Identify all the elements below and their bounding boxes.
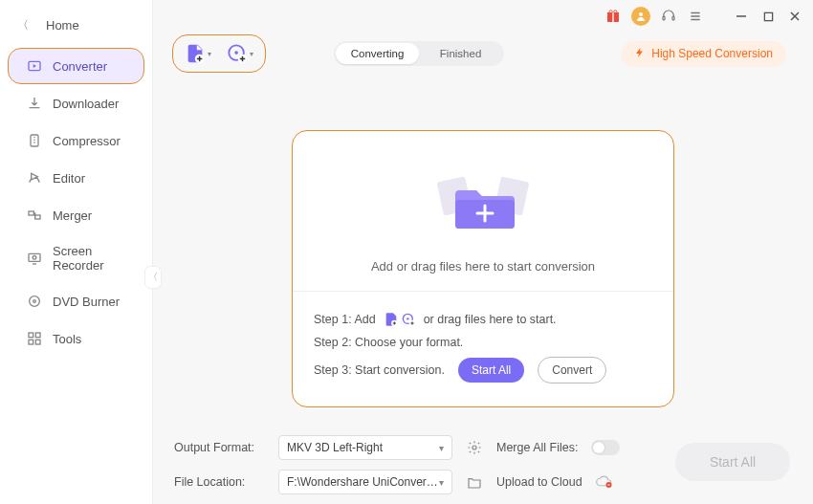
separator	[714, 8, 723, 25]
svg-rect-2	[29, 211, 33, 215]
svg-rect-3	[35, 215, 40, 219]
cloud-icon[interactable]	[596, 474, 613, 490]
dropzone-area[interactable]: Add or drag files here to start conversi…	[293, 131, 673, 291]
window-maximize-button[interactable]	[759, 8, 777, 25]
hsc-label: High Speed Conversion	[651, 47, 773, 60]
sidebar-item-label: Converter	[53, 59, 107, 74]
high-speed-conversion-button[interactable]: High Speed Conversion	[621, 41, 786, 67]
svg-point-7	[33, 300, 36, 303]
svg-point-17	[639, 12, 643, 16]
editor-icon	[26, 169, 43, 186]
chevron-left-icon: 〈	[17, 17, 29, 33]
convert-pill[interactable]: Convert	[538, 357, 606, 383]
bolt-icon	[634, 46, 646, 62]
chevron-down-icon: ▾	[250, 50, 253, 58]
menu-icon[interactable]	[687, 8, 704, 25]
sidebar-item-screen-recorder[interactable]: Screen Recorder	[8, 234, 144, 282]
step1-post: or drag files here to start.	[424, 311, 557, 328]
start-all-pill[interactable]: Start All	[458, 358, 524, 383]
sidebar-item-converter[interactable]: Converter	[8, 48, 144, 84]
content-area: Add or drag files here to start conversi…	[153, 78, 813, 426]
step-3: Step 3: Start conversion. Start All Conv…	[314, 357, 652, 383]
sidebar-item-downloader[interactable]: Downloader	[8, 85, 144, 121]
add-dvd-button[interactable]: ▾	[223, 39, 257, 68]
file-location-label: File Location:	[174, 475, 265, 489]
step3-text: Step 3: Start conversion.	[314, 362, 445, 379]
sidebar-item-label: Editor	[53, 171, 85, 186]
svg-rect-14	[612, 12, 613, 22]
sidebar-list: Converter Downloader Compressor Editor	[0, 45, 152, 358]
main-panel: ▾ ▾ Converting Finished High Speed Conve…	[153, 0, 813, 504]
titlebar	[153, 0, 813, 29]
add-buttons-group: ▾ ▾	[172, 34, 266, 73]
add-dvd-icon	[401, 312, 416, 327]
compressor-icon	[26, 132, 43, 149]
sidebar-item-dvd-burner[interactable]: DVD Burner	[8, 283, 144, 319]
sidebar: 〈 Home Converter Downloader Compressor	[0, 0, 153, 504]
converter-icon	[26, 57, 43, 75]
home-button[interactable]: 〈 Home	[0, 8, 152, 45]
output-format-select[interactable]: MKV 3D Left-Right ▾	[278, 435, 452, 460]
chevron-down-icon: ▾	[439, 443, 444, 453]
downloader-icon	[26, 95, 43, 112]
start-all-button[interactable]: Start All	[675, 443, 790, 481]
gift-icon[interactable]	[604, 8, 622, 25]
add-file-icon	[185, 43, 206, 64]
step1-pre: Step 1: Add	[314, 311, 376, 328]
svg-rect-4	[29, 253, 40, 261]
svg-point-5	[33, 255, 36, 259]
chevron-down-icon: ▾	[208, 50, 211, 58]
step-2: Step 2: Choose your format.	[314, 334, 652, 351]
collapse-sidebar-button[interactable]: 〈	[144, 266, 162, 289]
chevron-down-icon: ▾	[439, 477, 444, 488]
svg-rect-11	[35, 340, 40, 344]
folder-illustration	[312, 158, 654, 244]
svg-rect-8	[29, 333, 33, 338]
sidebar-item-label: Merger	[53, 208, 92, 223]
avatar-icon[interactable]	[631, 7, 650, 26]
step-1: Step 1: Add or drag files here to start.	[314, 311, 652, 328]
tools-icon	[26, 330, 43, 347]
dvd-burner-icon	[26, 293, 43, 310]
sidebar-item-tools[interactable]: Tools	[8, 320, 144, 357]
window-close-button[interactable]	[786, 8, 803, 25]
merger-icon	[26, 207, 43, 224]
home-label: Home	[46, 18, 79, 33]
open-folder-icon[interactable]	[466, 473, 483, 491]
sidebar-item-merger[interactable]: Merger	[8, 197, 144, 233]
sidebar-item-label: Compressor	[53, 134, 121, 148]
upload-label: Upload to Cloud	[496, 475, 582, 489]
sidebar-item-compressor[interactable]: Compressor	[8, 122, 144, 159]
svg-rect-9	[35, 333, 40, 338]
status-tabs: Converting Finished	[334, 41, 504, 66]
output-format-label: Output Format:	[174, 441, 265, 454]
tab-finished[interactable]: Finished	[419, 43, 502, 64]
sidebar-item-label: Screen Recorder	[53, 244, 132, 273]
file-location-select[interactable]: F:\Wondershare UniConverter 1 ▾	[278, 470, 452, 494]
dropzone-text: Add or drag files here to start conversi…	[312, 259, 654, 274]
screen-recorder-icon	[26, 250, 43, 267]
support-icon[interactable]	[660, 8, 677, 25]
merge-label: Merge All Files:	[496, 441, 578, 454]
settings-icon[interactable]	[466, 439, 483, 456]
app-root: 〈 Home Converter Downloader Compressor	[0, 0, 813, 504]
sidebar-item-label: DVD Burner	[53, 295, 120, 309]
svg-rect-20	[764, 12, 772, 20]
step1-icons	[384, 312, 416, 327]
sidebar-item-label: Downloader	[53, 97, 119, 111]
window-minimize-button[interactable]	[733, 8, 750, 25]
topbar: ▾ ▾ Converting Finished High Speed Conve…	[153, 29, 813, 78]
svg-point-6	[30, 296, 40, 307]
add-file-button[interactable]: ▾	[181, 39, 215, 68]
sidebar-item-label: Tools	[53, 332, 81, 346]
add-dvd-icon	[227, 43, 248, 64]
svg-point-23	[234, 51, 238, 55]
merge-toggle[interactable]	[591, 440, 620, 455]
svg-point-30	[406, 318, 408, 319]
dropzone-card: Add or drag files here to start conversi…	[292, 130, 674, 407]
file-location-value: F:\Wondershare UniConverter 1	[287, 475, 439, 489]
sidebar-item-editor[interactable]: Editor	[8, 160, 144, 196]
tab-converting[interactable]: Converting	[336, 43, 419, 64]
svg-point-32	[472, 446, 476, 449]
add-file-icon	[384, 312, 399, 327]
